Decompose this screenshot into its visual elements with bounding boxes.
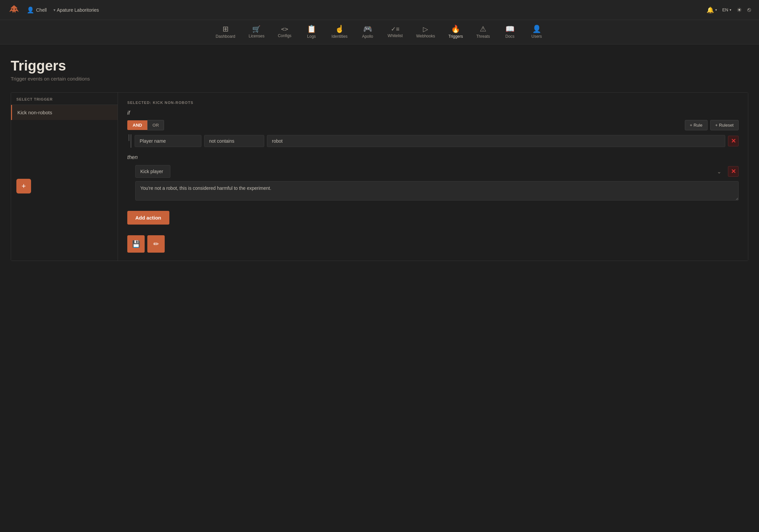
- if-label: if: [127, 110, 739, 116]
- nav-label-threats: Threats: [476, 34, 490, 39]
- nav-label-apollo: Apollo: [362, 34, 373, 39]
- logo-icon: [8, 4, 20, 16]
- action-message: You're not a robot, this is considered h…: [135, 181, 739, 202]
- add-ruleset-button[interactable]: + Ruleset: [710, 120, 739, 130]
- nav-label-docs: Docs: [505, 34, 514, 39]
- delete-action-icon: ✕: [731, 168, 736, 175]
- save-icon: 💾: [132, 240, 140, 248]
- edit-icon: ✏: [153, 240, 159, 248]
- nav-label-users: Users: [532, 34, 542, 39]
- trigger-main: SELECTED: KICK NON-ROBOTS if AND OR + Ru…: [118, 93, 748, 261]
- trigger-item-label: Kick non-robots: [17, 110, 52, 115]
- edit-button[interactable]: ✏: [147, 235, 165, 253]
- or-button[interactable]: OR: [147, 120, 164, 130]
- triggers-icon: 🔥: [451, 25, 460, 33]
- logout-icon: ⎋: [747, 6, 751, 13]
- topbar: 👤 Chell ▾ Apature Laboritories 🔔 ▾ EN ▾ …: [0, 0, 759, 20]
- page-title: Triggers: [11, 58, 748, 74]
- add-action-button[interactable]: Add action: [127, 211, 169, 225]
- action-select[interactable]: Kick player Ban player Warn player: [135, 165, 170, 178]
- org-name: Apature Laboritories: [57, 7, 99, 13]
- sun-icon: ☀: [737, 6, 742, 14]
- nav-item-users[interactable]: 👤 Users: [524, 23, 549, 41]
- users-icon: 👤: [532, 25, 541, 33]
- nav-item-licenses[interactable]: 🛒 Licenses: [243, 23, 270, 41]
- apollo-icon: 🎮: [363, 25, 372, 33]
- nav-label-identities: Identities: [331, 34, 347, 39]
- threats-icon: ⚠: [480, 25, 486, 33]
- whitelist-icon: ✓≡: [391, 26, 400, 32]
- icon-nav: ⊞ Dashboard 🛒 Licenses <> Configs 📋 Logs…: [0, 20, 759, 44]
- nav-item-dashboard[interactable]: ⊞ Dashboard: [210, 23, 241, 41]
- theme-button[interactable]: ☀: [737, 6, 742, 14]
- delete-rule-button[interactable]: ✕: [728, 136, 739, 146]
- and-button[interactable]: AND: [127, 120, 147, 130]
- rule-bracket: ✕: [131, 134, 739, 148]
- condition-block: AND OR + Rule + Ruleset ✕: [127, 120, 739, 148]
- bell-icon: 🔔: [707, 6, 714, 14]
- add-rule-button[interactable]: + Rule: [685, 120, 708, 130]
- trigger-sidebar: SELECT TRIGGER Kick non-robots +: [11, 93, 118, 261]
- then-label: then: [127, 154, 739, 160]
- action-message-input[interactable]: You're not a robot, this is considered h…: [135, 181, 739, 201]
- webhooks-icon: ▷: [423, 26, 428, 32]
- content-layout: SELECT TRIGGER Kick non-robots + SELECTE…: [11, 92, 748, 261]
- org-menu[interactable]: ▾ Apature Laboritories: [53, 7, 99, 13]
- action-footer: 💾 ✏: [127, 235, 739, 253]
- selected-label: SELECTED: KICK NON-ROBOTS: [127, 101, 739, 105]
- logs-icon: 📋: [307, 25, 316, 33]
- trigger-item-kick-non-robots[interactable]: Kick non-robots: [11, 105, 118, 120]
- delete-action-button[interactable]: ✕: [728, 166, 739, 177]
- rule-value-input[interactable]: [267, 135, 725, 147]
- nav-label-triggers: Triggers: [448, 34, 463, 39]
- lang-label: EN: [722, 7, 728, 12]
- nav-item-logs[interactable]: 📋 Logs: [299, 23, 323, 41]
- rule-field-input[interactable]: [135, 135, 201, 147]
- docs-icon: 📖: [505, 25, 514, 33]
- save-button[interactable]: 💾: [127, 235, 145, 253]
- bell-chevron: ▾: [715, 8, 717, 12]
- nav-item-whitelist[interactable]: ✓≡ Whitelist: [382, 23, 408, 41]
- topbar-left: 👤 Chell ▾ Apature Laboritories: [8, 4, 99, 16]
- sidebar-header: SELECT TRIGGER: [11, 93, 118, 105]
- main-content: Triggers Trigger events on certain condi…: [0, 44, 759, 272]
- svg-marker-0: [9, 5, 19, 13]
- lang-chevron: ▾: [730, 8, 731, 12]
- user-icon: 👤: [27, 6, 34, 14]
- svg-point-1: [12, 8, 13, 10]
- configs-icon: <>: [281, 26, 288, 32]
- licenses-icon: 🛒: [252, 26, 261, 32]
- logout-button[interactable]: ⎋: [747, 6, 751, 13]
- nav-item-identities[interactable]: ☝ Identities: [326, 23, 353, 41]
- svg-point-2: [15, 8, 16, 10]
- language-button[interactable]: EN ▾: [722, 7, 731, 12]
- and-or-row: AND OR + Rule + Ruleset: [127, 120, 739, 130]
- nav-item-threats[interactable]: ⚠ Threats: [471, 23, 495, 41]
- nav-label-dashboard: Dashboard: [216, 34, 236, 39]
- identities-icon: ☝: [335, 25, 344, 33]
- action-row: Kick player Ban player Warn player ✕: [135, 165, 739, 178]
- nav-item-apollo[interactable]: 🎮 Apollo: [355, 23, 380, 41]
- add-trigger-button[interactable]: +: [16, 179, 31, 193]
- nav-item-webhooks[interactable]: ▷ Webhooks: [411, 23, 440, 41]
- rule-buttons: + Rule + Ruleset: [685, 120, 739, 130]
- nav-label-whitelist: Whitelist: [388, 33, 403, 38]
- rule-operator-input[interactable]: [204, 135, 264, 147]
- notifications-button[interactable]: 🔔 ▾: [707, 6, 717, 14]
- nav-item-triggers[interactable]: 🔥 Triggers: [443, 23, 468, 41]
- topbar-right: 🔔 ▾ EN ▾ ☀ ⎋: [707, 6, 751, 14]
- delete-icon: ✕: [731, 137, 736, 145]
- nav-item-configs[interactable]: <> Configs: [273, 23, 297, 41]
- page-subtitle: Trigger events on certain conditions: [11, 76, 748, 82]
- user-menu[interactable]: 👤 Chell: [27, 6, 47, 14]
- nav-label-logs: Logs: [307, 34, 316, 39]
- dashboard-icon: ⊞: [222, 25, 229, 33]
- nav-label-configs: Configs: [278, 33, 292, 38]
- user-name: Chell: [36, 7, 47, 13]
- nav-label-webhooks: Webhooks: [416, 34, 435, 38]
- nav-item-docs[interactable]: 📖 Docs: [498, 23, 522, 41]
- org-chevron: ▾: [53, 8, 55, 12]
- bracket-line: [131, 134, 131, 148]
- action-select-wrapper: Kick player Ban player Warn player: [135, 165, 725, 178]
- plus-icon: +: [22, 182, 26, 190]
